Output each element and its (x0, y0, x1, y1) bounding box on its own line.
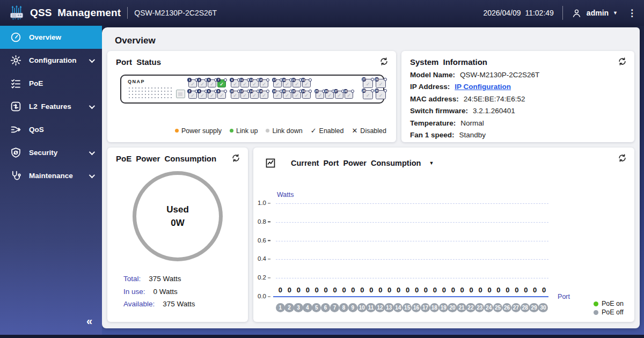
port-23[interactable]: 23✓ (302, 79, 311, 87)
value-label: 0 (403, 286, 412, 294)
value-label: 0 (485, 286, 494, 294)
refresh-icon[interactable] (616, 56, 628, 68)
enabled-check-icon: ✓ (379, 82, 383, 87)
gridline (276, 222, 548, 223)
sidebar-item-overview[interactable]: Overview (0, 26, 102, 49)
console-port (176, 90, 185, 98)
user-menu[interactable]: admin (587, 9, 609, 17)
info-value: 24:5E:BE:74:E6:52 (464, 95, 525, 103)
value-label: 0 (303, 286, 312, 294)
port-27[interactable]: 27✓ (363, 79, 373, 88)
enabled-check-icon: ✓ (295, 82, 299, 87)
port-28[interactable]: 28✓ (345, 91, 353, 99)
refresh-icon[interactable] (378, 56, 390, 68)
value-label: 0 (385, 286, 394, 294)
port-30[interactable]: 30✓ (376, 90, 386, 99)
port-9[interactable]: 9✓ (231, 79, 239, 87)
enabled-check-icon: ✓ (285, 93, 289, 98)
port-11[interactable]: 11✓ (240, 79, 249, 87)
sidebar-item-qos[interactable]: QoS (0, 118, 102, 141)
port-number-badge: 17 (272, 78, 276, 82)
poe-stats: Total:375 WattsIn use:0 WattsAvailable:3… (123, 275, 239, 308)
legend-dot-icon (266, 129, 269, 133)
sidebar-item-maintenance[interactable]: Maintenance (0, 164, 102, 187)
chevron-down-icon (89, 149, 95, 155)
port-tick-4: 4 (303, 303, 312, 312)
value-label: 0 (458, 286, 467, 294)
port-tick-21: 21 (457, 303, 466, 312)
sidebar-item-poe[interactable]: PoE (0, 72, 102, 95)
port-7[interactable]: 7✓ (217, 79, 226, 87)
refresh-icon[interactable] (230, 153, 241, 165)
legend-symbol-icon: ✕ (352, 127, 357, 135)
port-15[interactable]: 15✓ (260, 79, 268, 87)
y-tick-label: 0.0 (254, 293, 270, 299)
port-16[interactable]: 16✓ (260, 91, 268, 99)
poe-stat-value: 375 Watts (149, 275, 181, 283)
enabled-check-icon: ✓ (262, 93, 266, 98)
port-8[interactable]: 8✓ (217, 91, 226, 99)
port-10[interactable]: 10✓ (231, 91, 239, 99)
port-tick-17: 17 (421, 303, 430, 312)
port-29[interactable]: 29✓ (376, 79, 386, 88)
port-number-badge: 14 (249, 89, 253, 93)
sidebar-item-security[interactable]: Security (0, 141, 102, 164)
ports-row-top: 1✓3✓5✓7✓9✓11✓13✓15✓17✓19✓21✓23✓27✓29✓ (188, 79, 387, 88)
port-tick-19: 19 (439, 303, 448, 312)
chart-metric-dropdown[interactable]: Current Port Power Consumption (291, 159, 421, 167)
poe-stat-row: In use:0 Watts (123, 288, 239, 296)
port-number-badge: 10 (230, 89, 234, 93)
legend-symbol-icon: ✓ (311, 127, 317, 135)
value-label: 0 (285, 286, 294, 294)
port-13[interactable]: 13✓ (250, 79, 259, 87)
gridline (276, 278, 548, 278)
system-info-row: MAC address:24:5E:BE:74:E6:52 (410, 95, 626, 103)
port-number-badge: 15 (259, 78, 263, 82)
value-label: 0 (467, 286, 476, 294)
port-24[interactable]: 24✓ (302, 91, 311, 99)
port-group: 2✓4✓6✓8✓ (188, 91, 226, 99)
port-1[interactable]: 1✓ (188, 79, 197, 87)
port-2[interactable]: 2✓ (188, 91, 197, 99)
port-26[interactable]: 26✓ (325, 91, 334, 99)
port-25[interactable]: 25✓ (316, 91, 324, 99)
port-tick-2: 2 (284, 303, 294, 312)
poe-indicator-icon (371, 89, 374, 92)
refresh-icon[interactable] (616, 153, 628, 165)
port-3[interactable]: 3✓ (198, 79, 207, 87)
port-21[interactable]: 21✓ (292, 79, 301, 87)
chart-type-icon[interactable] (265, 158, 276, 168)
app-root: QSS Management QSW-M2130P-2C2S26T 2026/0… (0, 0, 644, 338)
more-menu-icon[interactable]: ⋮ (627, 8, 636, 19)
value-label: 0 (357, 286, 367, 294)
port-18[interactable]: 18✓ (273, 91, 282, 99)
y-axis-label: Watts (277, 191, 294, 199)
user-caret-icon[interactable]: ▼ (613, 10, 618, 16)
port-19[interactable]: 19✓ (283, 79, 291, 87)
port-5[interactable]: 5✓ (208, 79, 216, 87)
enabled-check-icon: ✓ (233, 82, 237, 87)
enabled-check-icon: ✓ (243, 93, 247, 98)
legend-label: Disabled (360, 127, 386, 135)
port-6[interactable]: 6✓ (208, 91, 216, 99)
value-label: 0 (449, 286, 458, 294)
y-tick-label: 0.4 (254, 256, 270, 262)
port-12[interactable]: 12✓ (240, 91, 249, 99)
port-4[interactable]: 4✓ (198, 91, 207, 99)
port-22[interactable]: 22✓ (292, 91, 301, 99)
sidebar-item-l2-features[interactable]: L2 Features (0, 95, 102, 118)
port-tick-11: 11 (366, 303, 375, 312)
chart-dropdown-caret-icon[interactable]: ▼ (429, 160, 434, 166)
ip-configuration-link[interactable]: IP Configuration (455, 83, 511, 91)
sidebar-collapse-button[interactable]: « (86, 315, 92, 327)
user-icon (572, 8, 582, 18)
port-28[interactable]: 28✓ (363, 90, 373, 99)
sidebar-item-configuration[interactable]: Configuration (0, 49, 102, 72)
main-card: Overview Port Status QNAP (102, 27, 640, 328)
poe-gauge-label: Used (166, 204, 189, 215)
port-20[interactable]: 20✓ (283, 91, 291, 99)
poe-gauge: Used 0W (133, 171, 223, 261)
port-14[interactable]: 14✓ (250, 91, 259, 99)
port-27[interactable]: 27✓ (335, 91, 343, 99)
port-17[interactable]: 17✓ (273, 79, 282, 87)
